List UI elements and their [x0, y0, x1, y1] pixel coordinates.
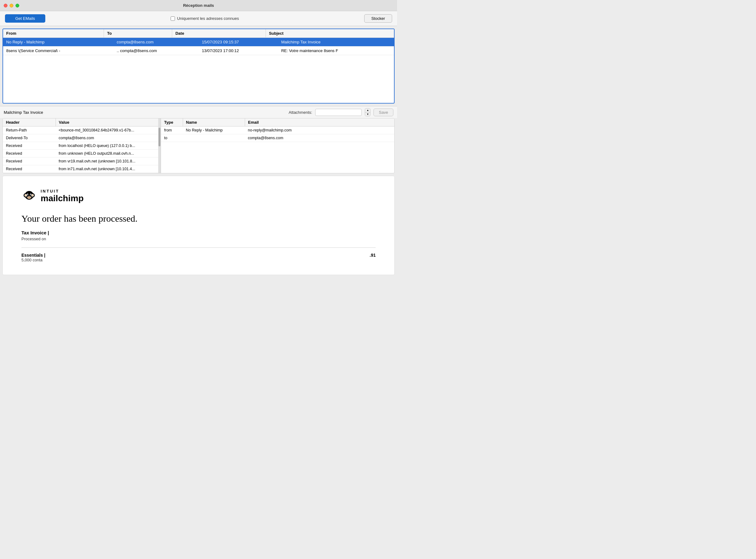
left-cell-value: compta@8sens.com	[56, 134, 158, 142]
left-panel-scrollbar[interactable]	[158, 118, 161, 173]
type-name-email-thead: Type Name Email	[161, 118, 394, 127]
header-value-row: Receivedfrom unknown (HELO output28.mail…	[3, 150, 158, 157]
email-cell-date: 13/07/2023 17:00:12	[199, 46, 278, 55]
left-cell-header: Delivered-To	[3, 134, 56, 142]
col-value-label: Value	[56, 118, 158, 127]
stepper-down[interactable]: ▼	[365, 113, 370, 116]
close-button[interactable]	[4, 4, 7, 7]
left-cell-header: Received	[3, 142, 56, 150]
email-preview: INTUIT mailchimp Your order has been pro…	[2, 176, 395, 275]
right-cell-name	[183, 134, 245, 142]
contacts-label: 5,000 conta	[21, 258, 45, 262]
attachments-select[interactable]	[315, 109, 362, 116]
left-cell-header: Received	[3, 150, 56, 157]
header-value-table: Header Value Return-Path<bounce-md_30010…	[3, 118, 158, 173]
header-value-row: Return-Path<bounce-md_30010842.64b24799.…	[3, 127, 158, 134]
intuit-label: INTUIT	[41, 189, 83, 194]
known-addresses-area: Uniquement les adresses connues	[51, 16, 358, 21]
header-value-row: Receivedfrom localhost (HELO queue) (127…	[3, 142, 158, 150]
attachments-label: Attachments:	[288, 110, 312, 115]
email-cell-to: compta@8sens.com	[113, 38, 198, 46]
svg-point-9	[27, 194, 28, 195]
type-name-email-row: fromNo Reply - Mailchimpno-reply@mailchi…	[161, 127, 394, 134]
divider	[21, 247, 376, 248]
subject-display: Mailchimp Tax Invoice	[4, 110, 285, 115]
svg-point-12	[31, 194, 34, 196]
email-list-container: From To Date Subject No Reply - Mailchim…	[2, 28, 395, 104]
left-panel: Header Value Return-Path<bounce-md_30010…	[3, 118, 161, 173]
email-table-row[interactable]: 8sens \(Service Commercial\ -.. compta@8…	[3, 46, 394, 55]
order-processed-heading: Your order has been processed.	[21, 213, 376, 224]
header-value-row: Receivedfrom in71.mail.ovh.net (unknown …	[3, 165, 158, 173]
col-date: Date	[172, 29, 265, 38]
mailchimp-logo: INTUIT mailchimp	[21, 188, 376, 204]
right-cell-email: no-reply@mailchimp.com	[245, 127, 394, 134]
col-to: To	[104, 29, 172, 38]
type-name-email-row: tocompta@8sens.com	[161, 134, 394, 142]
email-cell-subject: Mailchimp Tax Invoice	[278, 38, 394, 46]
left-cell-value: from unknown (HELO output28.mail.ovh.n..…	[56, 150, 158, 157]
right-cell-type: from	[161, 127, 183, 134]
email-cell-from: 8sens \(Service Commercial\ -	[3, 46, 113, 55]
email-table-body: No Reply - Mailchimpcompta@8sens.com15/0…	[3, 38, 394, 55]
essentials-left: Essentials | 5,000 conta	[21, 253, 45, 262]
minimize-button[interactable]	[9, 4, 13, 7]
stepper-arrows[interactable]: ▲ ▼	[365, 108, 370, 116]
right-cell-email: compta@8sens.com	[245, 134, 394, 142]
get-emails-button[interactable]: Get EMails	[5, 14, 45, 23]
stocker-button[interactable]: Stocker	[364, 14, 392, 23]
col-name-label: Name	[183, 118, 245, 127]
left-panel-scrollbar-thumb[interactable]	[158, 128, 160, 146]
left-cell-header: Received	[3, 165, 56, 173]
email-table-row[interactable]: No Reply - Mailchimpcompta@8sens.com15/0…	[3, 38, 394, 46]
monkey-icon	[21, 188, 37, 204]
mailchimp-text-block: INTUIT mailchimp	[41, 189, 83, 203]
header-value-row: Delivered-Tocompta@8sens.com	[3, 134, 158, 142]
essentials-price: .91	[370, 253, 376, 258]
email-table-header: From To Date Subject	[3, 29, 394, 38]
email-list-body: No Reply - Mailchimpcompta@8sens.com15/0…	[3, 38, 394, 103]
maximize-button[interactable]	[16, 4, 19, 7]
email-cell-to: .. compta@8sens.com	[113, 46, 198, 55]
right-panel: Type Name Email fromNo Reply - Mailchimp…	[161, 118, 394, 173]
panels-row: Header Value Return-Path<bounce-md_30010…	[2, 118, 395, 173]
header-value-thead: Header Value	[3, 118, 158, 127]
known-addresses-label: Uniquement les adresses connues	[177, 16, 239, 21]
col-email-label: Email	[245, 118, 394, 127]
email-cell-from: No Reply - Mailchimp	[3, 38, 113, 46]
titlebar: Réception mails	[0, 0, 397, 11]
col-subject: Subject	[265, 29, 394, 38]
window: Réception mails Get EMails Uniquement le…	[0, 0, 397, 275]
essentials-label: Essentials |	[21, 253, 45, 258]
email-cell-subject: RE: Votre maintenance 8sens F	[278, 46, 394, 55]
stepper-up[interactable]: ▲	[365, 109, 370, 113]
left-cell-value: from vr19.mail.ovh.net (unknown [10.101.…	[56, 157, 158, 165]
header-value-row: Receivedfrom vr19.mail.ovh.net (unknown …	[3, 157, 158, 165]
tax-invoice-label: Tax Invoice |	[21, 230, 376, 235]
type-name-email-tbody: fromNo Reply - Mailchimpno-reply@mailchi…	[161, 127, 394, 142]
left-cell-header: Received	[3, 157, 56, 165]
window-controls	[4, 4, 19, 7]
processed-on-label: Processed on	[21, 237, 376, 241]
svg-point-10	[30, 194, 31, 195]
left-cell-value: from in71.mail.ovh.net (unknown [10.101.…	[56, 165, 158, 173]
essentials-row: Essentials | 5,000 conta .91	[21, 253, 376, 262]
toolbar: Get EMails Uniquement les adresses connu…	[0, 11, 397, 26]
mailchimp-label: mailchimp	[41, 194, 83, 203]
email-table: From To Date Subject	[3, 29, 394, 38]
col-header-label: Header	[3, 118, 56, 127]
col-from: From	[3, 29, 104, 38]
known-addresses-checkbox[interactable]	[171, 17, 175, 21]
save-button[interactable]: Save	[373, 109, 393, 116]
right-cell-name: No Reply - Mailchimp	[183, 127, 245, 134]
attachments-select-wrap	[315, 109, 362, 116]
left-panel-table-wrap: Header Value Return-Path<bounce-md_30010…	[3, 118, 158, 173]
left-panel-inner: Header Value Return-Path<bounce-md_30010…	[3, 118, 161, 173]
header-value-tbody: Return-Path<bounce-md_30010842.64b24799.…	[3, 127, 158, 173]
left-cell-header: Return-Path	[3, 127, 56, 134]
window-title: Réception mails	[183, 3, 214, 8]
details-bar: Mailchimp Tax Invoice Attachments: ▲ ▼ S…	[0, 106, 397, 118]
type-name-email-table: Type Name Email fromNo Reply - Mailchimp…	[161, 118, 394, 142]
email-table-body-table: No Reply - Mailchimpcompta@8sens.com15/0…	[3, 38, 394, 55]
svg-point-11	[25, 194, 27, 196]
